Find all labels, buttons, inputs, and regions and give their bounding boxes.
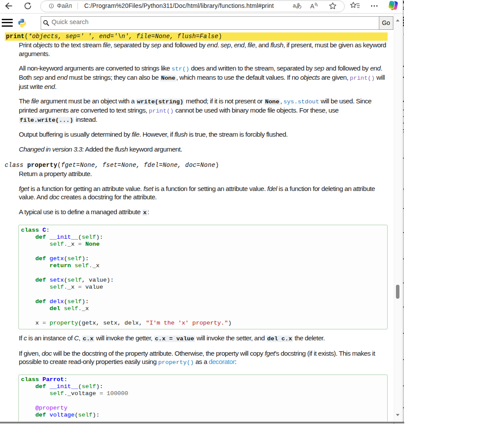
- svg-text:A: A: [310, 3, 315, 10]
